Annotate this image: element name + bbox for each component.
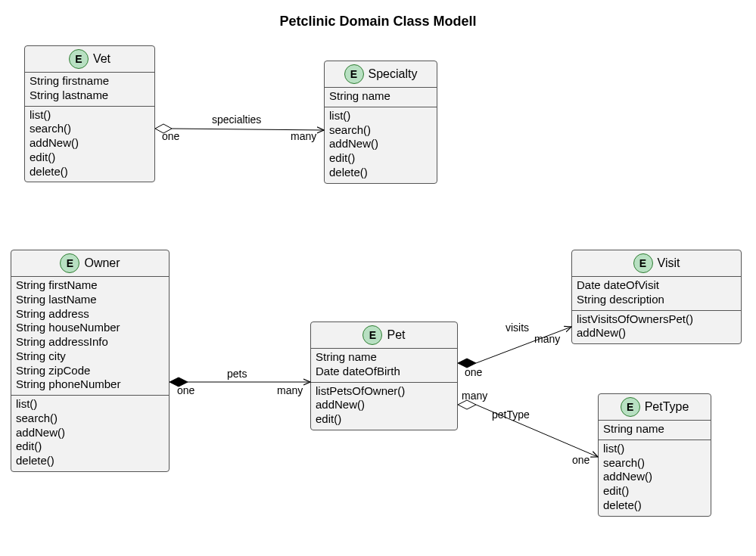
entity-icon: E: [69, 49, 89, 69]
class-name: Vet: [93, 52, 110, 66]
entity-icon: E: [621, 397, 640, 417]
attributes: String name Date dateOfBirth: [311, 348, 457, 382]
operations: listVisitsOfOwnersPet() addNew(): [572, 310, 741, 344]
class-name: PetType: [645, 400, 689, 414]
diagram-title: Petclinic Domain Class Modell: [0, 14, 756, 30]
attributes: String name: [599, 420, 711, 440]
mult-label: many: [462, 390, 487, 402]
class-specialty: E Specialty String name list() search() …: [324, 61, 437, 184]
operations: list() search() addNew() edit() delete(): [11, 395, 169, 471]
mult-label: one: [162, 130, 179, 142]
class-vet: E Vet String firstname String lastname l…: [24, 45, 155, 182]
attributes: String firstName String lastName String …: [11, 276, 169, 395]
operations: list() search() addNew() edit() delete(): [599, 440, 711, 516]
class-name: Owner: [84, 256, 120, 270]
assoc-label: pets: [227, 368, 247, 380]
operations: listPetsOfOwner() addNew() edit(): [311, 382, 457, 430]
class-name: Specialty: [369, 67, 418, 81]
class-name: Pet: [387, 328, 405, 342]
entity-icon: E: [362, 325, 382, 345]
mult-label: one: [177, 384, 194, 396]
entity-icon: E: [633, 253, 653, 273]
class-pet: E Pet String name Date dateOfBirth listP…: [310, 321, 458, 430]
attributes: String name: [325, 87, 437, 107]
entity-icon: E: [344, 64, 364, 84]
mult-label: many: [534, 333, 560, 345]
assoc-label: visits: [506, 321, 529, 334]
assoc-label: specialties: [212, 113, 261, 126]
entity-icon: E: [60, 253, 79, 273]
assoc-label: petType: [492, 408, 530, 421]
class-pettype: E PetType String name list() search() ad…: [598, 393, 711, 517]
class-visit: E Visit Date dateOfVisit String descript…: [571, 250, 742, 344]
operations: list() search() addNew() edit() delete(): [25, 106, 154, 182]
mult-label: one: [572, 454, 590, 466]
class-owner: E Owner String firstName String lastName…: [11, 250, 170, 472]
mult-label: one: [465, 366, 482, 378]
operations: list() search() addNew() edit() delete(): [325, 107, 437, 183]
attributes: String firstname String lastname: [25, 72, 154, 106]
class-name: Visit: [658, 256, 680, 270]
mult-label: many: [277, 384, 303, 396]
mult-label: many: [291, 130, 316, 142]
attributes: Date dateOfVisit String description: [572, 276, 741, 310]
